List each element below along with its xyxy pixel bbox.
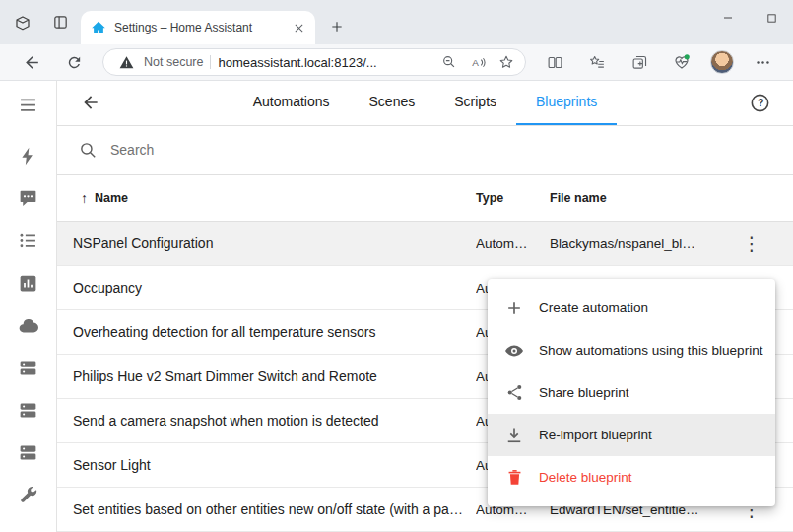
server-icon-3[interactable]: [8, 432, 49, 474]
browser-settings-icon[interactable]: [749, 48, 776, 76]
cloud-icon[interactable]: [8, 304, 49, 347]
menu-item-share-blueprint[interactable]: Share blueprint: [488, 371, 775, 414]
ha-header: Automations Scenes Scripts Blueprints ?: [57, 81, 793, 126]
plus-icon: [503, 298, 525, 319]
column-type[interactable]: Type: [476, 191, 550, 205]
menu-item-show-automations[interactable]: Show automations using this blueprint: [488, 329, 775, 371]
address-bar[interactable]: Not secure homeassistant.local:8123/... …: [102, 48, 526, 76]
warning-icon[interactable]: [115, 51, 137, 73]
workspaces-icon[interactable]: [8, 8, 37, 37]
table-header: ↑ Name Type File name: [57, 175, 793, 223]
todo-list-icon[interactable]: [8, 220, 49, 262]
search-icon: [79, 141, 98, 160]
media-chat-icon[interactable]: [8, 177, 49, 220]
search-input[interactable]: [110, 142, 771, 158]
split-screen-icon[interactable]: [541, 48, 568, 76]
address-divider: [210, 55, 211, 69]
server-icon-1[interactable]: [8, 347, 49, 389]
history-chart-icon[interactable]: [8, 262, 49, 304]
maximize-button[interactable]: [750, 0, 793, 35]
blueprint-context-menu: Create automation Show automations using…: [488, 279, 775, 506]
menu-item-reimport-blueprint[interactable]: Re-import blueprint: [488, 414, 775, 456]
security-label: Not secure: [144, 55, 203, 69]
trash-icon: [503, 467, 525, 489]
refresh-icon[interactable]: [60, 48, 88, 76]
minimize-button[interactable]: [706, 0, 750, 35]
new-tab-button[interactable]: [323, 13, 351, 40]
sort-ascending-icon[interactable]: ↑: [81, 190, 88, 206]
server-icon-2[interactable]: [8, 389, 49, 432]
tab-blueprints[interactable]: Blueprints: [516, 81, 617, 125]
row-overflow-menu-icon[interactable]: ⋮: [732, 224, 771, 263]
favorite-star-icon[interactable]: [496, 51, 517, 73]
column-file-name[interactable]: File name: [550, 191, 710, 205]
ha-sidebar: [0, 81, 57, 532]
share-icon: [503, 382, 525, 404]
browser-tabstrip: Settings – Home Assistant: [0, 0, 793, 44]
tab-title: Settings – Home Assistant: [114, 21, 282, 34]
tab-scripts[interactable]: Scripts: [434, 81, 516, 125]
table-row[interactable]: NSPanel Configuration Autom… Blackymas/n…: [57, 222, 793, 266]
vertical-tabs-icon[interactable]: [45, 8, 75, 37]
zoom-out-icon[interactable]: [438, 51, 460, 73]
tab-close-icon[interactable]: [290, 19, 307, 36]
collections-icon[interactable]: [626, 48, 653, 76]
column-name[interactable]: ↑ Name: [57, 190, 476, 206]
search-row: [57, 126, 793, 175]
ha-tab-bar: Automations Scenes Scripts Blueprints: [110, 81, 740, 125]
profile-avatar[interactable]: [710, 50, 734, 74]
browser-toolbar: Not secure homeassistant.local:8123/... …: [0, 44, 793, 81]
browser-essentials-icon[interactable]: [668, 48, 695, 76]
favorites-hub-icon[interactable]: [583, 48, 611, 76]
eye-icon: [503, 340, 525, 362]
menu-item-delete-blueprint[interactable]: Delete blueprint: [488, 456, 775, 499]
browser-tab[interactable]: Settings – Home Assistant: [81, 11, 315, 44]
back-icon[interactable]: [18, 48, 45, 76]
energy-icon[interactable]: [8, 135, 49, 177]
svg-text:?: ?: [757, 97, 762, 108]
developer-tools-icon[interactable]: [8, 474, 49, 516]
svg-text:A: A: [472, 57, 479, 68]
download-icon: [503, 425, 525, 446]
tab-automations[interactable]: Automations: [233, 81, 350, 125]
menu-item-create-automation[interactable]: Create automation: [488, 287, 775, 329]
help-icon[interactable]: ?: [740, 83, 779, 122]
home-assistant-favicon: [91, 20, 106, 35]
ha-back-icon[interactable]: [71, 83, 110, 122]
url-text[interactable]: homeassistant.local:8123/...: [218, 55, 431, 70]
sidebar-menu-icon[interactable]: [8, 84, 49, 126]
read-aloud-icon[interactable]: A: [467, 51, 489, 73]
tab-scenes[interactable]: Scenes: [350, 81, 435, 125]
